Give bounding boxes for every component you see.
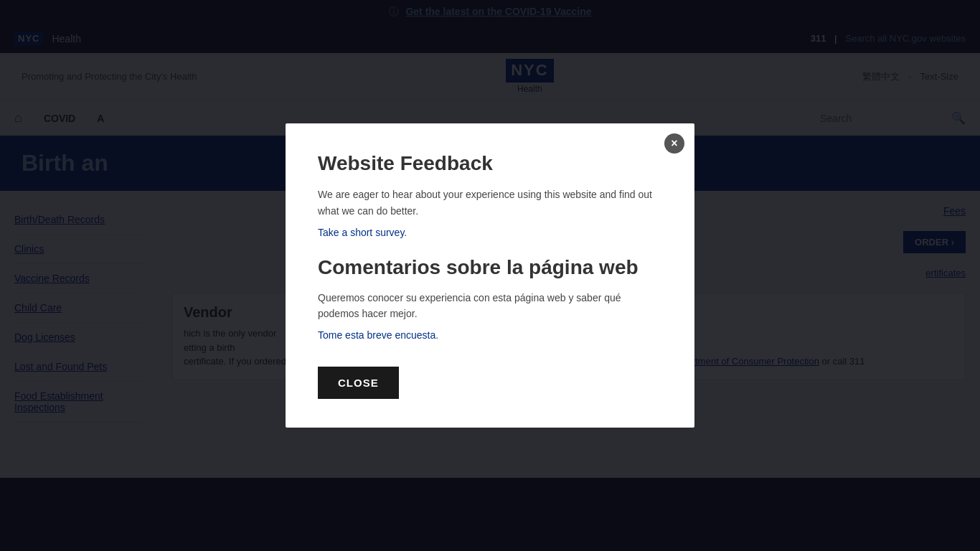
modal-spanish-body: Queremos conocer su experiencia con esta… <box>318 290 662 322</box>
english-survey-link[interactable]: Take a short survey <box>318 227 404 238</box>
modal-spanish-survey: Tome esta breve encuesta. <box>318 327 662 343</box>
modal-close-x-button[interactable]: × <box>664 133 684 154</box>
modal-english-title: Website Feedback <box>318 152 662 175</box>
modal-english-survey: Take a short survey. <box>318 225 662 240</box>
modal-close-button[interactable]: CLOSE <box>318 367 399 399</box>
feedback-modal: × Website Feedback We are eager to hear … <box>286 123 694 428</box>
spanish-survey-link[interactable]: Tome esta breve encuesta <box>318 329 435 341</box>
modal-spanish-title: Comentarios sobre la página web <box>318 255 662 281</box>
modal-overlay: × Website Feedback We are eager to hear … <box>0 0 980 551</box>
modal-english-body: We are eager to hear about your experien… <box>318 187 662 219</box>
